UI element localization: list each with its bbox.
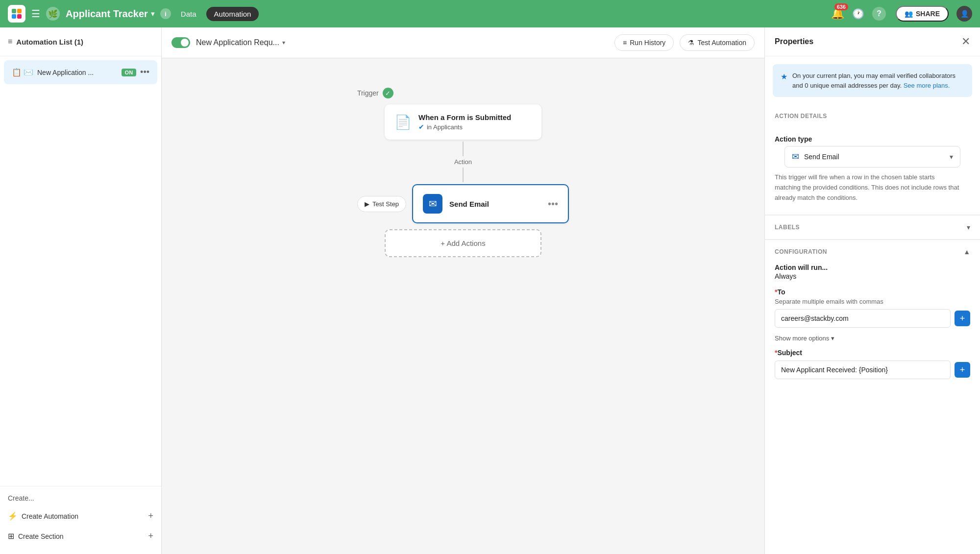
- configuration-title: CONFIGURATION: [775, 248, 827, 255]
- trigger-description: This trigger will fire when a row in the…: [775, 172, 960, 203]
- svg-rect-3: [17, 14, 22, 19]
- show-more-caret-icon: ▾: [831, 335, 834, 342]
- to-email-input[interactable]: [775, 309, 951, 328]
- automation-name-caret-icon: ▾: [282, 39, 285, 46]
- title-dropdown-icon: ▾: [151, 10, 154, 18]
- on-status-badge: ON: [122, 69, 137, 76]
- hamburger-menu-icon[interactable]: ☰: [31, 8, 40, 20]
- test-automation-button[interactable]: ⚗ Test Automation: [680, 34, 755, 51]
- properties-panel: Properties ✕ ★ On your current plan, you…: [764, 27, 980, 554]
- section-create-icon: ⊞: [8, 531, 14, 541]
- automation-list-item[interactable]: 📋 ✉️ New Application ... ON •••: [4, 60, 157, 84]
- action-row: ▶ Test Step ✉ Send Email •••: [357, 184, 569, 223]
- send-email-action-icon: ✉: [423, 194, 442, 214]
- properties-close-icon[interactable]: ✕: [961, 35, 970, 48]
- run-history-icon: ≡: [623, 39, 627, 47]
- top-navigation: ☰ 🌿 Applicant Tracker ▾ i Data Automatio…: [0, 0, 980, 27]
- data-tab[interactable]: Data: [177, 8, 200, 20]
- help-icon[interactable]: ?: [872, 7, 886, 21]
- labels-caret-icon: ▾: [967, 223, 970, 231]
- sidebar-menu-icon: ≡: [8, 37, 12, 46]
- form-icon: 📋: [12, 68, 22, 77]
- trigger-card-content: When a Form is Submitted ✔ in Applicants: [418, 113, 532, 131]
- action-will-run-value: Always: [775, 272, 970, 280]
- automation-item-icons: 📋 ✉️: [12, 68, 33, 77]
- star-icon: ★: [781, 72, 787, 90]
- trigger-section-label: Trigger ✓: [357, 88, 569, 98]
- test-step-button[interactable]: ▶ Test Step: [357, 196, 406, 212]
- to-add-button[interactable]: +: [955, 311, 970, 326]
- email-icon: ✉️: [24, 68, 33, 77]
- configuration-section: CONFIGURATION ▲ Action will run... Alway…: [765, 240, 980, 387]
- create-section-plus-icon: +: [148, 531, 153, 541]
- notifications-button[interactable]: 🔔 636: [831, 7, 844, 20]
- subject-input[interactable]: [775, 361, 951, 379]
- trigger-card[interactable]: 📄 When a Form is Submitted ✔ in Applican…: [385, 104, 541, 140]
- info-icon[interactable]: i: [160, 8, 171, 19]
- automation-item-label: New Application ...: [37, 69, 118, 76]
- action-label: Action: [454, 158, 472, 166]
- show-more-options-button[interactable]: Show more options ▾: [775, 335, 970, 342]
- sidebar-header: ≡ Automation List (1): [0, 27, 161, 56]
- automation-name-display[interactable]: New Application Requ... ▾: [196, 38, 285, 47]
- svg-rect-1: [17, 9, 22, 13]
- trigger-card-title: When a Form is Submitted: [418, 113, 532, 121]
- trigger-card-subtitle: ✔ in Applicants: [418, 123, 532, 131]
- to-field-label: *To: [775, 288, 970, 296]
- create-automation-button[interactable]: ⚡ Create Automation +: [8, 506, 153, 526]
- to-field-hint: Separate multiple emails with commas: [775, 298, 970, 305]
- action-more-options-icon[interactable]: •••: [548, 198, 558, 210]
- add-actions-button[interactable]: + Add Actions: [385, 229, 541, 257]
- trigger-form-icon: 📄: [394, 114, 412, 130]
- subject-field-label: *Subject: [775, 349, 970, 357]
- app-logo: [8, 5, 25, 23]
- action-card[interactable]: ✉ Send Email •••: [412, 184, 569, 223]
- action-type-area: Action type ✉ Send Email ▾ This trigger …: [765, 127, 980, 215]
- email-select-icon: ✉: [792, 151, 799, 162]
- action-type-select[interactable]: ✉ Send Email ▾: [784, 146, 960, 168]
- info-banner-text: On your current plan, you may email veri…: [792, 71, 964, 90]
- run-history-button[interactable]: ≡ Run History: [614, 34, 674, 51]
- to-field-row: +: [775, 309, 970, 328]
- create-automation-plus-icon: +: [148, 511, 153, 521]
- sidebar: ≡ Automation List (1) 📋 ✉️ New Applicati…: [0, 27, 162, 554]
- app-title[interactable]: Applicant Tracker ▾: [66, 8, 154, 20]
- see-more-plans-link[interactable]: See more plans.: [904, 82, 950, 89]
- svg-rect-2: [12, 14, 16, 19]
- share-button[interactable]: 👥 SHARE: [896, 6, 949, 22]
- labels-header[interactable]: LABELS ▾: [765, 216, 980, 239]
- info-banner: ★ On your current plan, you may email ve…: [773, 64, 972, 97]
- automation-tab[interactable]: Automation: [206, 7, 259, 21]
- sidebar-bottom: Create... ⚡ Create Automation + ⊞ Create…: [0, 486, 161, 554]
- svg-rect-0: [12, 9, 16, 13]
- properties-header: Properties ✕: [765, 27, 980, 56]
- flask-icon: ⚗: [688, 39, 694, 47]
- action-type-select-label: Send Email: [804, 153, 945, 161]
- main-content: New Application Requ... ▾ ≡ Run History …: [162, 27, 764, 554]
- create-section-button[interactable]: ⊞ Create Section +: [8, 526, 153, 546]
- main-toolbar: New Application Requ... ▾ ≡ Run History …: [162, 27, 764, 58]
- config-caret-icon: ▲: [963, 248, 970, 256]
- automation-create-icon: ⚡: [8, 511, 18, 521]
- action-details-section: ACTION DETAILS: [765, 105, 980, 127]
- configuration-content: Action will run... Always *To Separate m…: [765, 264, 980, 387]
- main-layout: ≡ Automation List (1) 📋 ✉️ New Applicati…: [0, 27, 980, 554]
- subject-add-button[interactable]: +: [955, 362, 970, 378]
- trigger-check-icon: ✓: [383, 88, 393, 98]
- trigger-verified-icon: ✔: [418, 123, 424, 131]
- action-details-header[interactable]: ACTION DETAILS: [775, 113, 970, 120]
- flow-connector: Action: [454, 142, 472, 182]
- workspace-icon: 🌿: [46, 7, 60, 21]
- automation-item-more-icon[interactable]: •••: [140, 67, 149, 77]
- action-type-label: Action type: [775, 135, 960, 143]
- share-people-icon: 👥: [905, 10, 913, 18]
- history-icon[interactable]: 🕐: [852, 8, 864, 20]
- flow-container: Trigger ✓ 📄 When a Form is Submitted ✔ i…: [357, 88, 569, 257]
- properties-title: Properties: [775, 37, 813, 46]
- action-type-caret-icon: ▾: [950, 153, 953, 161]
- action-will-run-label: Action will run...: [775, 264, 970, 271]
- user-avatar[interactable]: 👤: [956, 6, 972, 22]
- play-icon: ▶: [365, 200, 369, 208]
- automation-toggle[interactable]: [172, 37, 190, 48]
- configuration-header[interactable]: CONFIGURATION ▲: [765, 240, 980, 264]
